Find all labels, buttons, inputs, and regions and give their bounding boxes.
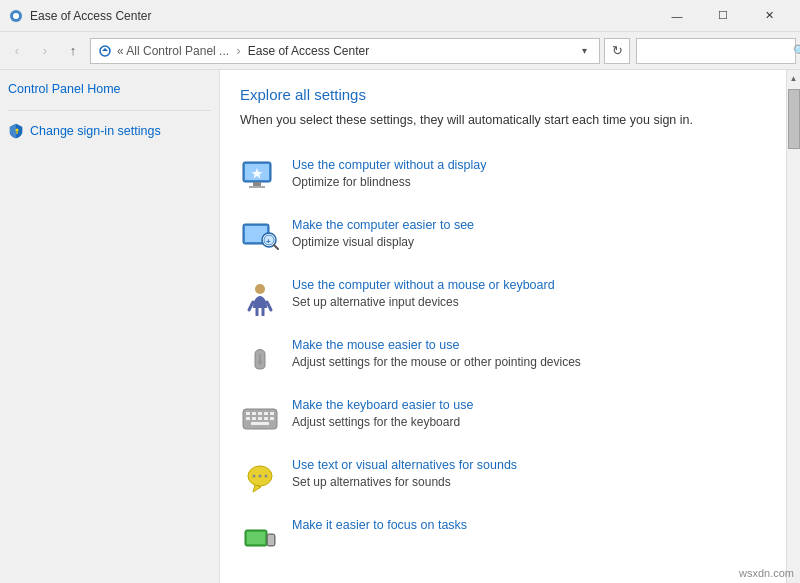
setting-link-easier-mouse[interactable]: Make the mouse easier to use — [292, 338, 766, 352]
svg-rect-37 — [268, 535, 274, 545]
svg-rect-27 — [264, 417, 268, 420]
focus-icon — [240, 518, 280, 558]
address-bar: ‹ › ↑ « All Control Panel ... › Ease of … — [0, 32, 800, 70]
svg-rect-28 — [270, 417, 274, 420]
svg-point-33 — [265, 474, 268, 477]
section-title: Explore all settings — [240, 86, 766, 103]
back-button[interactable]: ‹ — [4, 38, 30, 64]
setting-link-no-mouse[interactable]: Use the computer without a mouse or keyb… — [292, 278, 766, 292]
svg-line-13 — [274, 245, 278, 249]
setting-link-easier-keyboard[interactable]: Make the keyboard easier to use — [292, 398, 766, 412]
setting-link-no-display[interactable]: Use the computer without a display — [292, 158, 766, 172]
svg-rect-19 — [246, 412, 250, 415]
setting-item-sounds: Use text or visual alternatives for soun… — [240, 448, 766, 508]
keyboard-icon — [240, 398, 280, 438]
setting-item-focus: Make it easier to focus on tasks — [240, 508, 766, 568]
setting-item-no-display: Use the computer without a display Optim… — [240, 148, 766, 208]
setting-item-no-mouse: Use the computer without a mouse or keyb… — [240, 268, 766, 328]
setting-desc-easier-see: Optimize visual display — [292, 235, 414, 249]
setting-item-easier-mouse: Make the mouse easier to use Adjust sett… — [240, 328, 766, 388]
close-button[interactable]: ✕ — [746, 1, 792, 31]
scrollbar-thumb[interactable] — [788, 89, 800, 149]
window-controls: — ☐ ✕ — [654, 1, 792, 31]
svg-point-32 — [259, 474, 262, 477]
refresh-button[interactable]: ↻ — [604, 38, 630, 64]
setting-desc-easier-mouse: Adjust settings for the mouse or other p… — [292, 355, 581, 369]
magnifier-icon: + — [240, 218, 280, 258]
search-icon: 🔍 — [793, 44, 800, 58]
minimize-button[interactable]: — — [654, 1, 700, 31]
app-icon — [8, 8, 24, 24]
svg-point-15 — [255, 284, 265, 294]
address-text: « All Control Panel ... › Ease of Access… — [117, 44, 575, 58]
main-layout: Control Panel Home Change sign-in settin… — [0, 70, 800, 583]
window-title: Ease of Access Center — [30, 9, 654, 23]
section-desc: When you select these settings, they wil… — [240, 111, 766, 130]
setting-text-no-mouse: Use the computer without a mouse or keyb… — [292, 278, 766, 309]
address-field[interactable]: « All Control Panel ... › Ease of Access… — [90, 38, 600, 64]
svg-point-1 — [13, 13, 19, 19]
shield-icon — [8, 123, 24, 139]
setting-desc-easier-keyboard: Adjust settings for the keyboard — [292, 415, 460, 429]
sidebar-item-signin[interactable]: Change sign-in settings — [8, 123, 211, 139]
svg-rect-26 — [258, 417, 262, 420]
speech-icon — [240, 458, 280, 498]
svg-rect-22 — [264, 412, 268, 415]
svg-rect-25 — [252, 417, 256, 420]
setting-link-easier-see[interactable]: Make the computer easier to see — [292, 218, 766, 232]
scrollbar-up-arrow[interactable]: ▲ — [787, 70, 801, 87]
setting-desc-no-display: Optimize for blindness — [292, 175, 411, 189]
mouse-icon — [240, 338, 280, 378]
svg-rect-24 — [246, 417, 250, 420]
forward-button[interactable]: › — [32, 38, 58, 64]
svg-point-31 — [253, 474, 256, 477]
svg-rect-23 — [270, 412, 274, 415]
search-box[interactable]: 🔍 — [636, 38, 796, 64]
maximize-button[interactable]: ☐ — [700, 1, 746, 31]
svg-point-17 — [258, 359, 262, 364]
signin-link-label: Change sign-in settings — [30, 124, 161, 138]
setting-text-easier-keyboard: Make the keyboard easier to use Adjust s… — [292, 398, 766, 429]
setting-item-easier-see: + Make the computer easier to see Optimi… — [240, 208, 766, 268]
setting-item-easier-keyboard: Make the keyboard easier to use Adjust s… — [240, 388, 766, 448]
search-input[interactable] — [643, 44, 793, 58]
setting-text-no-display: Use the computer without a display Optim… — [292, 158, 766, 189]
svg-rect-29 — [251, 422, 269, 425]
scrollbar-track[interactable]: ▲ — [786, 70, 800, 583]
watermark: wsxdn.com — [739, 567, 794, 579]
setting-text-sounds: Use text or visual alternatives for soun… — [292, 458, 766, 489]
title-bar: Ease of Access Center — ☐ ✕ — [0, 0, 800, 32]
setting-text-easier-see: Make the computer easier to see Optimize… — [292, 218, 766, 249]
svg-point-3 — [16, 129, 19, 132]
svg-rect-7 — [249, 186, 265, 188]
setting-link-focus[interactable]: Make it easier to focus on tasks — [292, 518, 766, 532]
svg-rect-20 — [252, 412, 256, 415]
up-button[interactable]: ↑ — [60, 38, 86, 64]
person-icon — [240, 278, 280, 318]
sidebar-item-home[interactable]: Control Panel Home — [8, 82, 211, 96]
setting-desc-sounds: Set up alternatives for sounds — [292, 475, 451, 489]
setting-desc-no-mouse: Set up alternative input devices — [292, 295, 459, 309]
setting-link-sounds[interactable]: Use text or visual alternatives for soun… — [292, 458, 766, 472]
setting-text-easier-mouse: Make the mouse easier to use Adjust sett… — [292, 338, 766, 369]
sidebar: Control Panel Home Change sign-in settin… — [0, 70, 220, 583]
svg-rect-6 — [253, 182, 261, 186]
settings-list: Use the computer without a display Optim… — [240, 148, 766, 568]
setting-text-focus: Make it easier to focus on tasks — [292, 518, 766, 534]
svg-text:+: + — [266, 237, 271, 246]
content-area: Explore all settings When you select the… — [220, 70, 786, 583]
address-dropdown-button[interactable]: ▾ — [575, 38, 593, 64]
svg-rect-35 — [247, 532, 265, 544]
svg-rect-21 — [258, 412, 262, 415]
address-icon — [97, 43, 113, 59]
monitor-icon — [240, 158, 280, 198]
